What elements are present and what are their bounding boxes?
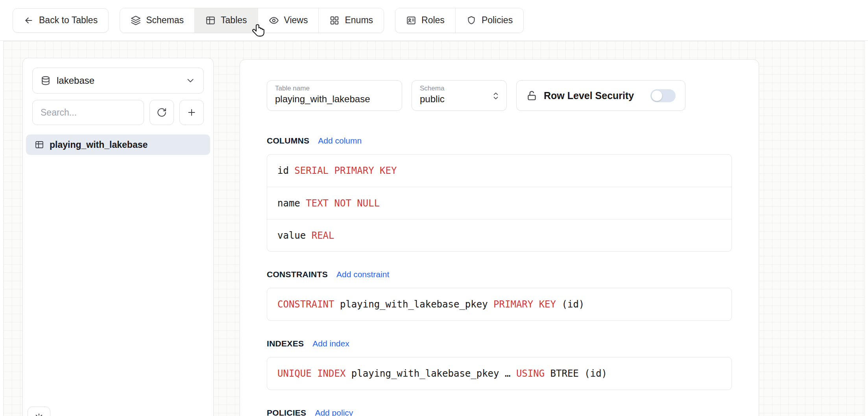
code-token: name <box>277 198 306 209</box>
columns-list: id SERIAL PRIMARY KEYname TEXT NOT NULLv… <box>267 154 732 252</box>
constraints-header: CONSTRAINTSAdd constraint <box>267 270 732 279</box>
code-token: playing_with_lakebase_pkey <box>334 299 494 310</box>
policies-header: POLICIESAdd policy <box>267 408 732 416</box>
tab-label: Enums <box>345 15 373 26</box>
chevrons-up-down-icon <box>491 90 501 102</box>
columns-header: COLUMNSAdd column <box>267 136 732 145</box>
grid-icon <box>329 15 340 26</box>
code-token: PRIMARY KEY <box>493 299 556 310</box>
section-indexes: INDEXESAdd indexUNIQUE INDEX playing_wit… <box>267 339 732 390</box>
layers-icon <box>131 15 141 26</box>
refresh-button[interactable] <box>150 100 174 125</box>
tab-tables[interactable]: Tables <box>194 8 257 33</box>
code-token: SERIAL PRIMARY KEY <box>294 165 397 176</box>
table-name-label: Table name <box>275 85 394 92</box>
code-token: TEXT NOT NULL <box>306 198 380 209</box>
back-button-label: Back to Tables <box>39 15 98 26</box>
columns-title: COLUMNS <box>267 136 309 145</box>
add-column-link[interactable]: Add column <box>318 136 362 145</box>
tab-label: Schemas <box>146 15 184 26</box>
code-token: id <box>277 165 294 176</box>
lock-open-icon <box>526 90 537 101</box>
tab-label: Views <box>284 15 308 26</box>
refresh-icon <box>157 107 167 118</box>
rls-label: Row Level Security <box>544 90 634 101</box>
constraints-list: CONSTRAINT playing_with_lakebase_pkey PR… <box>267 288 732 321</box>
add-constraint-link[interactable]: Add constraint <box>336 270 389 279</box>
section-constraints: CONSTRAINTSAdd constraintCONSTRAINT play… <box>267 270 732 321</box>
code-token: value <box>277 230 312 241</box>
toolbar: Back to Tables SchemasTablesViewsEnums R… <box>0 0 868 41</box>
add-indexe-link[interactable]: Add index <box>312 339 349 348</box>
search-row <box>32 100 204 125</box>
database-name: lakebase <box>57 75 94 86</box>
code-token: (id) <box>556 299 584 310</box>
database-selector[interactable]: lakebase <box>32 68 204 94</box>
sidebar-panel: lakebase playing_with_lakebase <box>22 58 214 416</box>
row-level-security-box: Row Level Security <box>516 80 685 111</box>
table-list-item[interactable]: playing_with_lakebase <box>26 134 210 155</box>
columns-row[interactable]: name TEXT NOT NULL <box>267 187 731 219</box>
rls-toggle-knob <box>652 90 662 101</box>
search-input[interactable] <box>32 100 144 125</box>
table-item-name: playing_with_lakebase <box>50 140 148 150</box>
eye-icon <box>269 15 279 26</box>
columns-row[interactable]: id SERIAL PRIMARY KEY <box>267 155 731 187</box>
indexes-title: INDEXES <box>267 339 304 348</box>
plus-icon <box>187 107 197 118</box>
shield-icon <box>466 15 476 26</box>
tab-enums[interactable]: Enums <box>318 8 384 33</box>
tables-list: playing_with_lakebase <box>26 134 210 155</box>
tab-label: Roles <box>421 15 445 26</box>
indexes-header: INDEXESAdd index <box>267 339 732 348</box>
rls-toggle[interactable] <box>650 89 676 102</box>
tab-label: Tables <box>221 15 247 26</box>
section-policies: POLICIESAdd policy <box>267 408 732 416</box>
chevron-down-icon <box>185 75 196 86</box>
constraints-row[interactable]: CONSTRAINT playing_with_lakebase_pkey PR… <box>267 288 731 320</box>
arrow-left-icon <box>24 15 34 26</box>
tab-roles[interactable]: Roles <box>395 8 455 33</box>
code-token: REAL <box>312 230 334 241</box>
database-icon <box>41 75 51 86</box>
code-token: UNIQUE INDEX <box>277 368 345 379</box>
table-name-field[interactable]: Table name <box>267 80 402 111</box>
code-token: BTREE (id) <box>545 368 607 379</box>
settings-button[interactable] <box>28 407 50 416</box>
policies-title: POLICIES <box>267 408 306 416</box>
schema-select[interactable]: Schema public <box>412 80 507 111</box>
code-token: CONSTRAINT <box>277 299 334 310</box>
hand-pointer-cursor <box>251 23 268 39</box>
tab-label: Policies <box>482 15 513 26</box>
tab-policies[interactable]: Policies <box>455 8 523 33</box>
back-to-tables-button[interactable]: Back to Tables <box>13 8 109 33</box>
constraints-title: CONSTRAINTS <box>267 270 328 279</box>
table-icon <box>205 15 216 26</box>
editor-top-row: Table name Schema public Row Level Secur… <box>267 80 732 111</box>
schema-value: public <box>420 94 486 105</box>
id-badge-icon <box>406 15 416 26</box>
sections: COLUMNSAdd columnid SERIAL PRIMARY KEYna… <box>267 136 732 416</box>
table-name-input[interactable] <box>275 94 394 105</box>
add-table-button[interactable] <box>179 100 204 125</box>
table-icon <box>35 140 44 149</box>
columns-row[interactable]: value REAL <box>267 219 731 251</box>
indexes-row[interactable]: UNIQUE INDEX playing_with_lakebase_pkey … <box>267 357 731 390</box>
schema-label: Schema <box>420 85 486 92</box>
access-tab-group: RolesPolicies <box>395 8 524 33</box>
indexes-list: UNIQUE INDEX playing_with_lakebase_pkey … <box>267 357 732 390</box>
section-columns: COLUMNSAdd columnid SERIAL PRIMARY KEYna… <box>267 136 732 252</box>
gear-icon <box>34 413 44 416</box>
table-editor-panel: Table name Schema public Row Level Secur… <box>240 59 759 416</box>
code-token: USING <box>516 368 545 379</box>
code-token: playing_with_lakebase_pkey … <box>345 368 516 379</box>
tab-schemas[interactable]: Schemas <box>120 8 194 33</box>
add-policie-link[interactable]: Add policy <box>315 408 353 416</box>
diagram-canvas: lakebase playing_with_lakebase <box>3 41 865 416</box>
